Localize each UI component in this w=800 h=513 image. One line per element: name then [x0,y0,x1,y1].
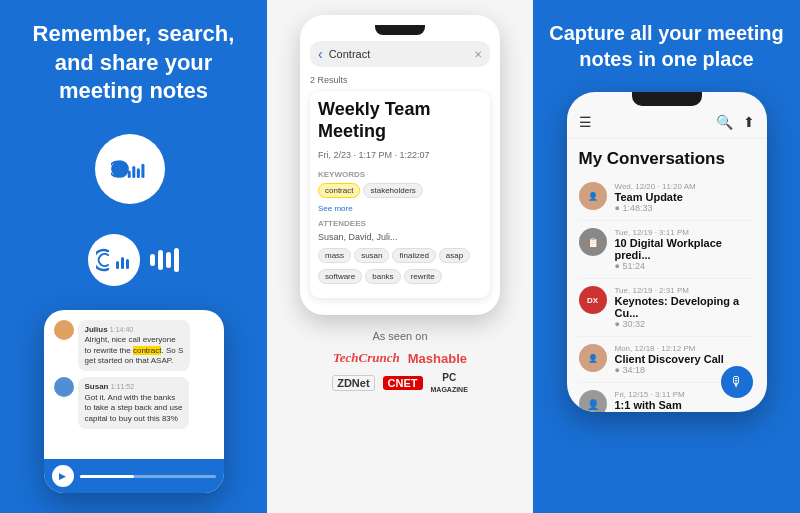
otter-logo-svg [111,155,149,183]
conv-name-1: 10 Digital Workplace predi... [615,237,755,261]
keywords-tags: contract stakeholders [318,183,482,198]
svg-rect-6 [136,168,139,178]
conv-date-0: Wed, 12/20 · 11:20 AM [615,182,755,191]
list-item[interactable]: 📋 Tue, 12/19 · 3:11 PM 10 Digital Workpl… [579,221,755,279]
chat-row-susan: Susan 1:11:52 Got it. And with the banks… [54,377,214,429]
julius-text: Alright, nice call everyoneto rewrite th… [85,335,184,366]
susan-name: Susan [85,382,109,391]
conv-date-1: Tue, 12/19 · 3:11 PM [615,228,755,237]
meeting-meta: Fri, 2/23 · 1:17 PM · 1:22:07 [318,150,482,160]
tag-asap: asap [439,248,470,263]
phone-header: ☰ 🔍 ⬆ [567,114,767,139]
meeting-title: Weekly Team Meeting [318,99,482,142]
logo-container [95,134,173,204]
keywords-label: KEYWORDS [318,170,482,179]
julius-name: Julius [85,325,108,334]
logo-circle-icon [95,134,165,204]
panel-left: Remember, search, and share your meeting… [0,0,267,513]
see-more-link[interactable]: See more [318,204,482,213]
play-button[interactable]: ▶ [52,465,74,487]
pcmag-logo: PCMAGAZINE [431,372,468,394]
avatar-keynotes: DX [579,286,607,314]
search-icon[interactable]: 🔍 [716,114,733,130]
conv-name-4: 1:1 with Sam [615,399,755,411]
mic-fab-button[interactable]: 🎙 [721,366,753,398]
list-item[interactable]: 👤 Wed, 12/20 · 11:20 AM Team Update ● 1:… [579,175,755,221]
tag-stakeholders: stakeholders [363,183,422,198]
julius-avatar [54,320,74,340]
conv-name-2: Keynotes: Developing a Cu... [615,295,755,319]
right-tagline: Capture all your meeting notes in one pl… [548,20,785,72]
susan-text: Got it. And with the banksto take a step… [85,393,183,424]
conv-info-1: Tue, 12/19 · 3:11 PM 10 Digital Workplac… [615,228,755,271]
attendees-list: Susan, David, Juli... [318,232,482,242]
svg-rect-4 [127,170,130,178]
media-logos: TechCrunch Mashable [332,350,468,366]
avatar-digital: 📋 [579,228,607,256]
panel-middle: ‹ Contract ✕ 2 Results Weekly Team Meeti… [267,0,533,513]
svg-rect-5 [132,166,135,178]
mashable-logo: Mashable [408,351,467,366]
left-tagline: Remember, search, and share your meeting… [20,20,247,106]
phone-mockup-left: Julius 1:14:40 Alright, nice call everyo… [44,310,224,493]
julius-time: 1:14:40 [110,326,133,333]
search-clear-icon[interactable]: ✕ [474,49,482,60]
avatar-team-update: 👤 [579,182,607,210]
tag-susan: susan [354,248,389,263]
svg-rect-10 [126,259,129,269]
progress-bar [80,475,216,478]
media-logos-2: ZDNet CNET PCMAGAZINE [332,372,468,394]
conv-info-2: Tue, 12/19 · 2:31 PM Keynotes: Developin… [615,286,755,329]
conv-info-0: Wed, 12/20 · 11:20 AM Team Update ● 1:48… [615,182,755,213]
conv-name-0: Team Update [615,191,755,203]
tag-rewrite: rewrite [404,269,442,284]
otter-icon [96,247,132,273]
meeting-card: Weekly Team Meeting Fri, 2/23 · 1:17 PM … [310,91,490,298]
as-seen-on-section: As seen on TechCrunch Mashable ZDNet CNE… [332,330,468,394]
attendees-label: ATTENDEES [318,219,482,228]
search-query: Contract [329,48,371,60]
more-tags-2: software banks rewrite [318,269,482,284]
svg-rect-9 [121,257,124,269]
audio-player: ▶ [44,459,224,493]
susan-bubble: Susan 1:11:52 Got it. And with the banks… [78,377,190,429]
tag-finalized: finalized [392,248,435,263]
conv-duration-0: ● 1:48:33 [615,203,755,213]
tag-mass: mass [318,248,351,263]
chat-row-julius: Julius 1:14:40 Alright, nice call everyo… [54,320,214,372]
phone-notch-mid [375,25,425,35]
svg-rect-8 [116,261,119,269]
more-tags: mass susan finalized asap [318,248,482,263]
conversations-title: My Conversations [567,139,767,175]
techcrunch-logo: TechCrunch [333,350,400,366]
zdnet-logo: ZDNet [332,375,374,391]
back-arrow-icon[interactable]: ‹ [318,46,323,62]
avatar-sam: 👤 [579,390,607,412]
share-icon[interactable]: ⬆ [743,114,755,130]
susan-avatar [54,377,74,397]
results-count: 2 Results [310,75,490,85]
susan-time: 1:11:52 [111,383,134,390]
search-bar[interactable]: ‹ Contract ✕ [310,41,490,67]
avatar-client: 👤 [579,344,607,372]
julius-bubble: Julius 1:14:40 Alright, nice call everyo… [78,320,191,372]
progress-fill [80,475,134,478]
conv-duration-2: ● 30:32 [615,319,755,329]
cnet-logo: CNET [383,376,423,390]
list-item[interactable]: DX Tue, 12/19 · 2:31 PM Keynotes: Develo… [579,279,755,337]
phone-mockup-right: ☰ 🔍 ⬆ My Conversations 👤 Wed, 12/20 · 11… [567,92,767,412]
logo-white-circle [88,234,140,286]
tag-software: software [318,269,362,284]
phone-mockup-middle: ‹ Contract ✕ 2 Results Weekly Team Meeti… [300,15,500,315]
hamburger-icon[interactable]: ☰ [579,114,592,130]
conv-duration-4: ● 1:15:46 [615,411,755,412]
conv-name-3: Client Discovery Call [615,353,755,365]
phone-notch-right [632,92,702,106]
tag-contract: contract [318,183,360,198]
conv-date-3: Mon, 12/18 · 12:12 PM [615,344,755,353]
header-icons: 🔍 ⬆ [716,114,755,130]
svg-rect-7 [141,163,144,177]
tag-banks: banks [365,269,400,284]
conv-date-2: Tue, 12/19 · 2:31 PM [615,286,755,295]
waveform-bars [150,248,179,272]
